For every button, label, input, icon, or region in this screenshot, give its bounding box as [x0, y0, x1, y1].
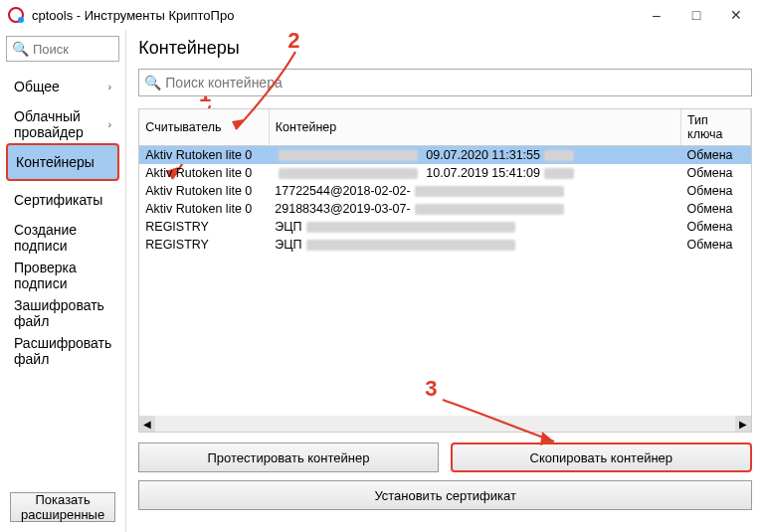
- cell-keytype: Обмена: [681, 182, 751, 200]
- table-row[interactable]: Aktiv Rutoken lite 010.07.2019 15:41:09О…: [139, 164, 750, 182]
- cell-container: 09.07.2020 11:31:55: [269, 146, 680, 165]
- nav-label: Сертификаты: [14, 192, 102, 208]
- cell-container: 10.07.2019 15:41:09: [269, 164, 680, 182]
- nav-list: Общее › Облачный провайдер › Контейнеры …: [6, 68, 119, 370]
- table-row[interactable]: Aktiv Rutoken lite 009.07.2020 11:31:55О…: [139, 146, 750, 165]
- sidebar-search: 🔍: [6, 36, 119, 62]
- cell-keytype: Обмена: [681, 218, 751, 236]
- table-empty-area: [139, 254, 751, 416]
- cell-reader: REGISTRY: [139, 236, 269, 254]
- redacted-text: [544, 168, 574, 179]
- redacted-text: [544, 150, 574, 161]
- nav-label: Контейнеры: [16, 154, 95, 170]
- redacted-text: [279, 150, 418, 161]
- nav-label: Зашифровать файл: [14, 297, 111, 329]
- cell-container-date: 10.07.2019 15:41:09: [426, 166, 540, 180]
- nav-item-cloud-provider[interactable]: Облачный провайдер ›: [6, 105, 119, 143]
- cell-container: ЭЦП: [269, 236, 680, 254]
- cell-container-date: 09.07.2020 11:31:55: [426, 148, 540, 162]
- cell-keytype: Обмена: [681, 200, 751, 218]
- redacted-text: [279, 168, 418, 179]
- window-minimize-button[interactable]: –: [637, 1, 676, 29]
- container-search: 🔍: [138, 69, 752, 96]
- window-maximize-button[interactable]: □: [676, 1, 716, 29]
- horizontal-scrollbar[interactable]: ◀ ▶: [139, 416, 751, 432]
- nav-item-encrypt-file[interactable]: Зашифровать файл: [6, 294, 119, 332]
- cell-keytype: Обмена: [681, 146, 751, 165]
- titlebar: cptools - Инструменты КриптоПро – □ ✕: [0, 0, 764, 30]
- cell-keytype: Обмена: [681, 164, 751, 182]
- window-title: cptools - Инструменты КриптоПро: [32, 8, 234, 23]
- nav-label: Расшифровать файл: [14, 335, 111, 367]
- column-header-reader[interactable]: Считыватель: [139, 109, 269, 146]
- install-certificate-button[interactable]: Установить сертификат: [138, 480, 752, 510]
- containers-table-wrap: Считыватель Контейнер Тип ключа Aktiv Ru…: [138, 108, 752, 433]
- cell-container: ЭЦП: [269, 218, 680, 236]
- column-header-container[interactable]: Контейнер: [269, 109, 680, 146]
- nav-label: Облачный провайдер: [14, 108, 108, 140]
- nav-item-decrypt-file[interactable]: Расшифровать файл: [6, 332, 119, 370]
- scroll-left-icon[interactable]: ◀: [139, 416, 155, 432]
- nav-item-certificates[interactable]: Сертификаты: [6, 181, 119, 219]
- window-close-button[interactable]: ✕: [716, 1, 756, 29]
- chevron-right-icon: ›: [108, 118, 112, 130]
- cell-reader: Aktiv Rutoken lite 0: [139, 164, 269, 182]
- action-row: Протестировать контейнер Скопировать кон…: [138, 443, 752, 472]
- nav-item-create-signature[interactable]: Создание подписи: [6, 219, 119, 257]
- cell-reader: Aktiv Rutoken lite 0: [139, 200, 269, 218]
- redacted-text: [306, 222, 515, 233]
- copy-container-button[interactable]: Скопировать контейнер: [451, 443, 752, 472]
- redacted-text: [415, 186, 564, 197]
- table-row[interactable]: Aktiv Rutoken lite 029188343@2019-03-07-…: [139, 200, 750, 218]
- test-container-button[interactable]: Протестировать контейнер: [138, 443, 438, 472]
- nav-item-general[interactable]: Общее ›: [6, 68, 119, 105]
- nav-label: Общее: [14, 79, 60, 94]
- redacted-text: [415, 204, 564, 215]
- cell-container: 17722544@2018-02-02-: [269, 182, 680, 200]
- cell-reader: REGISTRY: [139, 218, 269, 236]
- page-title: Контейнеры: [138, 38, 752, 59]
- nav-item-verify-signature[interactable]: Проверка подписи: [6, 257, 119, 294]
- table-row[interactable]: Aktiv Rutoken lite 017722544@2018-02-02-…: [139, 182, 750, 200]
- app-icon: [8, 7, 24, 23]
- cell-container: 29188343@2019-03-07-: [269, 200, 680, 218]
- scroll-track[interactable]: [155, 416, 735, 432]
- scroll-right-icon[interactable]: ▶: [735, 416, 751, 432]
- show-advanced-button[interactable]: Показать расширенные: [10, 492, 115, 522]
- table-row[interactable]: REGISTRYЭЦПОбмена: [139, 236, 750, 254]
- cell-reader: Aktiv Rutoken lite 0: [139, 146, 269, 165]
- sidebar: 🔍 Общее › Облачный провайдер › Контейнер…: [0, 30, 126, 532]
- nav-label: Проверка подписи: [14, 260, 111, 291]
- container-search-input[interactable]: [138, 69, 752, 96]
- containers-table: Считыватель Контейнер Тип ключа Aktiv Ru…: [139, 109, 751, 254]
- cell-keytype: Обмена: [681, 236, 751, 254]
- nav-label: Создание подписи: [14, 222, 111, 254]
- main-panel: Контейнеры 🔍 Считыватель Контейнер Тип к…: [126, 30, 764, 532]
- column-header-keytype[interactable]: Тип ключа: [681, 109, 751, 146]
- nav-item-containers[interactable]: Контейнеры: [6, 143, 119, 181]
- sidebar-search-input[interactable]: [6, 36, 119, 62]
- redacted-text: [306, 240, 515, 251]
- table-row[interactable]: REGISTRYЭЦПОбмена: [139, 218, 750, 236]
- chevron-right-icon: ›: [108, 81, 112, 92]
- cell-reader: Aktiv Rutoken lite 0: [139, 182, 269, 200]
